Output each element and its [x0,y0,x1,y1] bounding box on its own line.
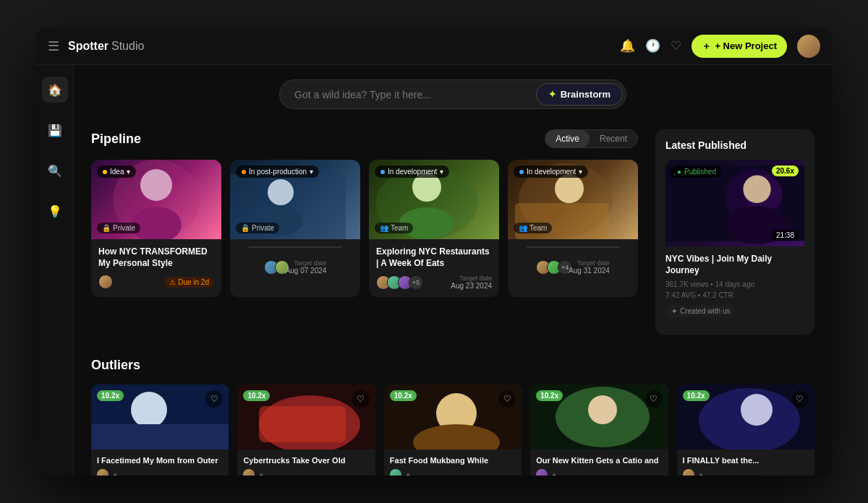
svg-rect-11 [515,203,609,239]
outlier-1-thumb: 10.2x ♡ [91,384,229,450]
outlier-5-info: I FINALLY beat the... ✦ [677,450,814,476]
published-metrics: 7:42 AVG • 47.2 CTR [665,291,804,299]
pipeline-header: Pipeline Active Recent [91,129,638,148]
home-icon: 🏠 [48,83,62,97]
card-4-status: In development ▾ [514,165,588,178]
created-badge: ✦ Created with us [665,305,736,317]
brainstorm-label: Brainstorm [561,89,610,100]
card-2-status: In post-production ▾ [236,165,319,178]
svg-point-16 [743,176,770,203]
hamburger-icon[interactable]: ☰ [48,38,59,54]
pipeline-card-4[interactable]: In development ▾ 👥 Team [508,160,638,297]
outlier-5-channel-avatar [683,469,694,476]
card-3-dot [380,170,385,174]
topbar-left: ☰ Spotter Studio [48,38,144,54]
outlier-2-channel: ✦ [243,469,369,476]
heart-icon[interactable]: ♡ [671,38,681,53]
outlier-4-info: Our New Kitten Gets a Catio and ✦ [530,450,668,476]
history-icon[interactable]: 🕐 [645,38,660,53]
outlier-2-multiplier: 10.2x [243,390,270,401]
outlier-2-title: Cybertrucks Take Over Old [243,455,369,465]
outlier-4-multiplier: 10.2x [536,390,563,401]
published-video-title: NYC Vibes | Join My Daily Journey [665,254,804,276]
main-layout: 🏠 💾 🔍 💡 ✦ [36,65,832,476]
new-project-icon: ＋ [702,40,711,53]
card-1-status: Idea ▾ [97,165,136,178]
outlier-3-info: Fast Food Mukbang While ✦ [384,450,522,476]
svg-rect-24 [259,406,346,442]
outlier-1-channel: ✦ [97,469,223,476]
card-3-thumb: In development ▾ 👥 Team [369,160,499,239]
card-1-avatars [98,275,109,289]
card-4-empty [527,246,619,248]
card-4-target: Target date Aug 31 2024 [569,259,610,275]
pipeline-card-3[interactable]: In development ▾ 👥 Team Explor [369,160,499,297]
card-1-due: ⚠ Due in 2d [164,277,214,288]
outlier-5-heart[interactable]: ♡ [791,390,809,408]
outlier-5-thumb: 10.2x ♡ [677,384,814,450]
outlier-card-1[interactable]: 10.2x ♡ I Facetimed My Mom from Outer ✦ [91,384,229,476]
card-3-avcount: +5 [409,275,423,290]
outlier-card-2[interactable]: 10.2x ♡ Cybertrucks Take Over Old ✦ [237,384,375,476]
card-1-body: How NYC TRANSFORMED My Personal Style ⚠ … [91,239,221,296]
outlier-1-title: I Facetimed My Mom from Outer [97,455,223,465]
card-1-dot [103,170,107,174]
card-1-footer: ⚠ Due in 2d [98,275,214,289]
svg-point-10 [555,174,584,203]
outlier-card-4[interactable]: 10.2x ♡ Our New Kitten Gets a Catio and … [530,384,668,476]
card-3-footer: +5 Target date Aug 23 2024 [376,275,492,290]
outlier-4-thumb: 10.2x ♡ [530,384,668,450]
pipeline-card-2[interactable]: In post-production ▾ 🔒 Private [230,160,360,297]
outlier-3-multiplier: 10.2x [390,390,417,401]
card-3-target: Target date Aug 23 2024 [451,275,492,290]
logo-name: Spotter [68,40,109,53]
outlier-card-5[interactable]: 10.2x ♡ I FINALLY beat the... ✦ [677,384,814,476]
search-container: ✦ Brainstorm [91,79,814,109]
logo-subtitle: Studio [111,40,144,53]
card-3-avatars: +5 [376,275,420,290]
outlier-4-channel-name: ✦ [551,471,557,476]
latest-published-section: Latest Published ● Publ [655,129,814,335]
outlier-1-multiplier: 10.2x [97,390,124,401]
search-icon: 🔍 [48,164,62,178]
outlier-3-channel: ✦ [390,469,516,476]
toggle-recent[interactable]: Recent [590,130,637,147]
outlier-5-title: I FINALLY beat the... [683,455,809,465]
logo: Spotter Studio [68,40,144,53]
svg-point-4 [268,179,294,205]
outlier-4-title: Our New Kitten Gets a Catio and [536,455,662,465]
outlier-4-heart[interactable]: ♡ [645,390,663,408]
outlier-3-thumb: 10.2x ♡ [384,384,522,450]
outlier-5-channel-name: ✦ [698,471,704,476]
card-4-thumb: In development ▾ 👥 Team [508,160,638,239]
card-2-thumb: In post-production ▾ 🔒 Private [230,160,360,239]
toggle-active[interactable]: Active [545,130,590,147]
ideas-icon: 💡 [48,205,62,218]
sidebar-item-search[interactable]: 🔍 [42,158,68,184]
latest-published-title: Latest Published [665,139,804,151]
content-area: ✦ Brainstorm Pipeline Active Recent [74,65,832,476]
user-avatar[interactable] [797,35,820,58]
brainstorm-button[interactable]: ✦ Brainstorm [536,83,623,106]
new-project-button[interactable]: ＋ + New Project [692,35,787,58]
sidebar-item-home[interactable]: 🏠 [42,77,68,103]
pipeline-card-1[interactable]: Idea ▾ 🔒 Private How NYC TRANS [91,160,221,297]
card-2-footer: Target date Aug 07 2024 [264,259,327,275]
svg-point-30 [588,395,617,424]
outliers-title: Outliers [91,358,814,373]
outlier-card-3[interactable]: 10.2x ♡ Fast Food Mukbang While ✦ [384,384,522,476]
bell-icon[interactable]: 🔔 [620,38,635,53]
card-2-avatars [264,260,286,275]
card-2-dot [242,170,246,174]
sidebar-item-save[interactable]: 💾 [42,117,68,143]
published-views: 361.7K views • 14 days ago [665,280,804,288]
search-input[interactable] [294,89,536,100]
outliers-section: Outliers 10.2x ♡ [91,358,814,476]
card-3-privacy: 👥 Team [375,223,413,233]
published-card[interactable]: ● Published ● Published 20.6x 21:38 [665,160,804,324]
outlier-1-info: I Facetimed My Mom from Outer ✦ [91,450,229,476]
card-1-thumb: Idea ▾ 🔒 Private [91,160,221,239]
sidebar-item-ideas[interactable]: 💡 [42,198,68,224]
card-3-title: Exploring NYC Restaurants | A Week Of Ea… [376,246,492,269]
outlier-2-heart[interactable]: ♡ [352,390,370,408]
